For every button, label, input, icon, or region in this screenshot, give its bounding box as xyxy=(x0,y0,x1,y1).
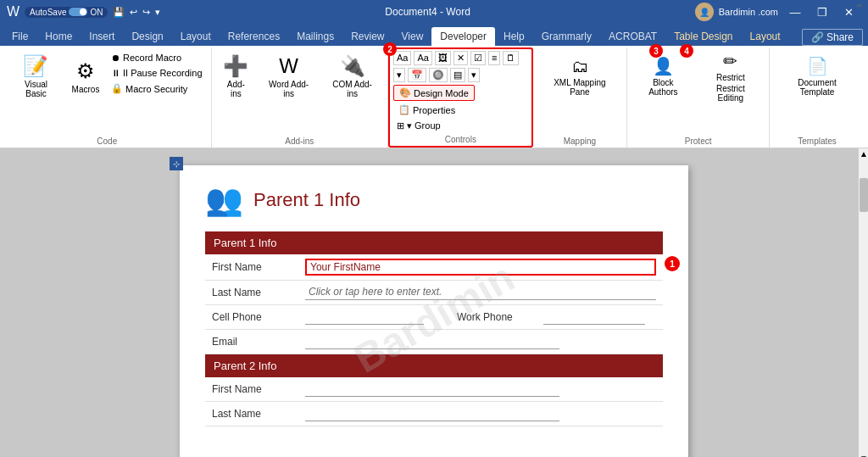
addins-button[interactable]: ➕ Add-ins xyxy=(217,51,256,102)
design-mode-button[interactable]: 🎨 Design Mode xyxy=(393,85,475,101)
com-addins-button[interactable]: 🔌 COM Add-ins xyxy=(322,51,382,102)
code-group-content: 📝 Visual Basic ⚙ Macros ⏺ Record Macro ⏸… xyxy=(8,51,206,135)
control-btn-1[interactable]: Aa xyxy=(393,51,411,65)
design-props: 🎨 Design Mode 📋 Properties ⊞ ▾ Group xyxy=(393,85,475,133)
pause-icon: ⏸ xyxy=(111,68,120,78)
section2-header: Parent 2 Info xyxy=(205,354,663,378)
redo-icon[interactable]: ↪ xyxy=(142,7,150,18)
template-icon: 📄 xyxy=(807,56,828,76)
autosave-switch[interactable] xyxy=(69,8,87,16)
customize-icon[interactable]: ▾ xyxy=(155,7,160,18)
control-btn-extra[interactable]: 🔘 xyxy=(429,68,448,82)
tab-view[interactable]: View xyxy=(393,27,432,46)
scroll-up[interactable]: ▲ xyxy=(860,149,868,161)
control-btn-list[interactable]: ≡ xyxy=(488,51,500,65)
collapse-ribbon-button[interactable]: ⌃ xyxy=(854,2,865,15)
control-btn-dropdown[interactable]: ▾ xyxy=(468,68,480,82)
record-macro-button[interactable]: ⏺ Record Macro xyxy=(108,51,206,64)
templates-group-label: Templates xyxy=(798,135,837,146)
share-button[interactable]: 🔗 Share xyxy=(802,29,863,46)
group-button[interactable]: ⊞ ▾ Group xyxy=(393,119,475,133)
control-btn-img[interactable]: 🖼 xyxy=(435,51,451,65)
first-name-field[interactable]: Your FirstName xyxy=(305,259,656,276)
cell-phone-field[interactable] xyxy=(305,309,424,325)
templates-group-content: 📄 Document Template xyxy=(775,51,860,135)
p2-last-name-label: Last Name xyxy=(205,402,298,426)
autosave-state: ON xyxy=(90,8,103,17)
macros-label: Macros xyxy=(72,85,100,94)
tab-mailings[interactable]: Mailings xyxy=(288,27,342,46)
p2-last-name-row: Last Name xyxy=(205,402,663,426)
word-addins-button[interactable]: W Word Add-ins xyxy=(259,51,319,102)
title-bar-right: 👤 Bardimin .com — ❐ ✕ xyxy=(695,3,861,21)
control-btn-combo[interactable]: ▤ xyxy=(450,68,465,82)
document-title: Document4 - Word xyxy=(385,6,470,18)
user-name: Bardimin .com xyxy=(719,7,778,17)
pause-label: II Pause Recording xyxy=(123,68,203,78)
macros-button[interactable]: ⚙ Macros xyxy=(67,51,104,102)
work-phone-label: Work Phone xyxy=(443,305,537,330)
control-btn-drop[interactable]: ▾ xyxy=(393,68,405,82)
ribbon-group-code: 📝 Visual Basic ⚙ Macros ⏺ Record Macro ⏸… xyxy=(3,47,212,148)
properties-button[interactable]: 📋 Properties xyxy=(393,103,475,117)
xml-label: XML Mapping Pane xyxy=(543,78,617,97)
autosave-toggle[interactable]: AutoSave ON xyxy=(25,7,108,18)
restrict-editing-button[interactable]: ✏ Restrict Restrict Editing xyxy=(698,51,765,102)
tab-design[interactable]: Design xyxy=(123,27,171,46)
block-authors-label: Block Authors xyxy=(637,78,688,97)
scroll-thumb[interactable] xyxy=(860,178,868,212)
save-icon[interactable]: 💾 xyxy=(113,7,125,18)
template-label: Document Template xyxy=(780,78,854,97)
section1-header: Parent 1 Info xyxy=(205,231,663,254)
scrollbar[interactable]: ▲ ▼ xyxy=(858,148,868,457)
visual-basic-button[interactable]: 📝 Visual Basic xyxy=(8,51,64,102)
xml-mapping-button[interactable]: 🗂 XML Mapping Pane xyxy=(538,51,622,102)
macro-security-button[interactable]: 🔒 Macro Security xyxy=(108,81,206,96)
control-btn-2[interactable]: Aa xyxy=(414,51,431,65)
scroll-down[interactable]: ▼ xyxy=(860,454,868,457)
group-icon: ⊞ xyxy=(397,120,404,131)
email-field[interactable] xyxy=(305,334,559,349)
minimize-button[interactable]: — xyxy=(783,3,807,20)
group-label: ▾ Group xyxy=(407,120,441,131)
first-name-row: First Name Your FirstName 1 xyxy=(205,254,663,281)
p2-last-name-field[interactable] xyxy=(305,406,559,421)
tab-grammarly[interactable]: Grammarly xyxy=(533,27,600,46)
document-area: ⊹ 👥 Parent 1 Info Parent 1 Info First Na… xyxy=(0,148,868,457)
document-template-button[interactable]: 📄 Document Template xyxy=(775,51,860,102)
tab-home[interactable]: Home xyxy=(36,27,81,46)
work-phone-cell xyxy=(537,305,663,330)
undo-icon[interactable]: ↩ xyxy=(130,7,137,18)
control-btn-check[interactable]: ☑ xyxy=(470,51,486,65)
control-btn-x[interactable]: ✕ xyxy=(453,51,468,65)
control-btn-more[interactable]: 📅 xyxy=(408,68,426,82)
email-row: Email xyxy=(205,330,663,354)
macro-sub-buttons: ⏺ Record Macro ⏸ II Pause Recording 🔒 Ma… xyxy=(108,51,206,96)
p2-first-name-field[interactable] xyxy=(305,382,559,397)
tab-table-design[interactable]: Table Design xyxy=(665,27,741,46)
ribbon-group-controls: 2 Aa Aa 🖼 ✕ ☑ ≡ 🗒 ▾ 📅 🔘 ▤ ▾ 🎨 xyxy=(388,47,533,148)
restore-button[interactable]: ❐ xyxy=(810,3,834,20)
badge-1: 1 xyxy=(665,256,680,271)
tab-acrobat[interactable]: ACROBAT xyxy=(600,27,665,46)
word-addins-label: Word Add-ins xyxy=(264,80,314,98)
tab-help[interactable]: Help xyxy=(495,27,533,46)
tab-references[interactable]: References xyxy=(220,27,288,46)
pause-recording-button[interactable]: ⏸ II Pause Recording xyxy=(108,66,206,80)
tab-developer[interactable]: Developer xyxy=(431,27,495,46)
last-name-label: Last Name xyxy=(205,281,298,305)
form-section-wrapper: Parent 1 Info First Name Your FirstName … xyxy=(205,231,663,426)
control-btn-img2[interactable]: 🗒 xyxy=(503,51,519,65)
tab-file[interactable]: File xyxy=(3,27,36,46)
tab-layout2[interactable]: Layout xyxy=(742,27,789,46)
controls-badge: 2 xyxy=(383,42,397,56)
block-authors-button[interactable]: 👤 Block Authors xyxy=(632,51,693,102)
tab-layout[interactable]: Layout xyxy=(172,27,220,46)
properties-label: Properties xyxy=(413,105,455,115)
record-macro-label: Record Macro xyxy=(123,53,181,63)
last-name-field[interactable]: Click or tap here to enter text. xyxy=(305,285,656,300)
tab-insert[interactable]: Insert xyxy=(81,27,123,46)
table-move-handle[interactable]: ⊹ xyxy=(170,157,183,170)
autosave-label: AutoSave xyxy=(30,8,66,17)
work-phone-field[interactable] xyxy=(543,309,645,325)
